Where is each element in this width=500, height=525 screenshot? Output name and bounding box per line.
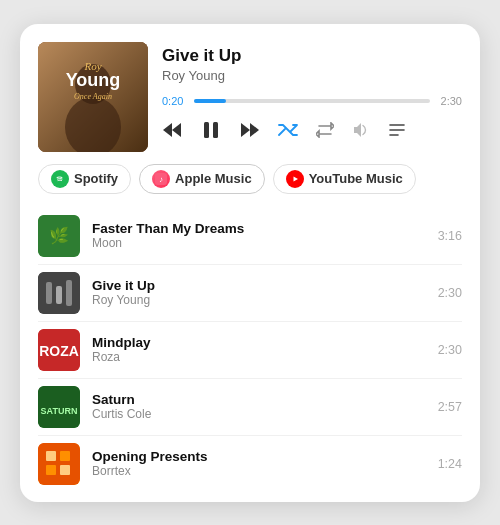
progress-bar[interactable] [194, 99, 430, 103]
track-artist-name: Borrtex [92, 464, 426, 478]
progress-total: 2:30 [438, 95, 462, 107]
track-duration: 2:30 [438, 286, 462, 300]
list-item[interactable]: Give it Up Roy Young 2:30 [38, 265, 462, 322]
track-list: 🌿 Faster Than My Dreams Moon 3:16 Give i… [38, 208, 462, 492]
pause-button[interactable] [200, 119, 222, 141]
track-meta: Saturn Curtis Cole [92, 392, 426, 421]
forward-button[interactable] [240, 121, 260, 139]
svg-rect-35 [60, 465, 70, 475]
track-info: Give it Up Roy Young 0:20 2:30 [162, 42, 462, 141]
rewind-button[interactable] [162, 121, 182, 139]
svg-rect-9 [204, 122, 209, 138]
track-name: Give it Up [92, 278, 426, 293]
list-item[interactable]: SATURN Saturn Curtis Cole 2:57 [38, 379, 462, 436]
svg-rect-10 [213, 122, 218, 138]
spotify-label: Spotify [74, 171, 118, 186]
track-name: Opening Presents [92, 449, 426, 464]
volume-button[interactable] [352, 122, 370, 138]
track-thumbnail: SATURN [38, 386, 80, 428]
track-thumbnail: 🌿 [38, 215, 80, 257]
list-item[interactable]: 🌿 Faster Than My Dreams Moon 3:16 [38, 208, 462, 265]
repeat-button[interactable] [316, 122, 334, 138]
svg-marker-12 [250, 123, 259, 137]
youtube-music-icon [286, 170, 304, 188]
track-title: Give it Up [162, 46, 462, 66]
progress-bar-fill [194, 99, 226, 103]
shuffle-button[interactable] [278, 122, 298, 138]
track-duration: 2:30 [438, 343, 462, 357]
track-artist-name: Roy Young [92, 293, 426, 307]
track-artist-name: Moon [92, 236, 426, 250]
svg-rect-31 [38, 443, 80, 485]
spotify-icon [51, 170, 69, 188]
apple-music-label: Apple Music [175, 171, 252, 186]
svg-rect-32 [46, 451, 56, 461]
tab-spotify[interactable]: Spotify [38, 164, 131, 194]
svg-rect-34 [46, 465, 56, 475]
queue-button[interactable] [388, 122, 406, 138]
track-artist-name: Curtis Cole [92, 407, 426, 421]
tab-apple-music[interactable]: ♪ Apple Music [139, 164, 265, 194]
svg-rect-24 [46, 282, 52, 304]
svg-rect-26 [66, 280, 72, 306]
svg-rect-33 [60, 451, 70, 461]
track-duration: 2:57 [438, 400, 462, 414]
service-tabs: Spotify ♪ Apple Music YouTube Music [38, 164, 462, 194]
track-name: Faster Than My Dreams [92, 221, 426, 236]
track-name: Saturn [92, 392, 426, 407]
tab-youtube-music[interactable]: YouTube Music [273, 164, 416, 194]
youtube-music-label: YouTube Music [309, 171, 403, 186]
track-artist-name: Roza [92, 350, 426, 364]
track-duration: 3:16 [438, 229, 462, 243]
track-duration: 1:24 [438, 457, 462, 471]
list-item[interactable]: ROZA Mindplay Roza 2:30 [38, 322, 462, 379]
svg-text:ROZA: ROZA [39, 343, 79, 359]
track-thumbnail [38, 443, 80, 485]
svg-marker-8 [163, 123, 172, 137]
progress-current: 0:20 [162, 95, 186, 107]
track-meta: Opening Presents Borrtex [92, 449, 426, 478]
playback-controls [162, 119, 462, 141]
track-artist: Roy Young [162, 68, 462, 83]
track-thumbnail [38, 272, 80, 314]
music-player-card: Roy Young Once Again Give it Up Roy Youn… [20, 24, 480, 502]
track-meta: Mindplay Roza [92, 335, 426, 364]
list-item[interactable]: Opening Presents Borrtex 1:24 [38, 436, 462, 492]
track-meta: Give it Up Roy Young [92, 278, 426, 307]
svg-text:🌿: 🌿 [49, 226, 69, 245]
track-thumbnail: ROZA [38, 329, 80, 371]
track-meta: Faster Than My Dreams Moon [92, 221, 426, 250]
album-art: Roy Young Once Again [38, 42, 148, 152]
apple-music-icon: ♪ [152, 170, 170, 188]
svg-marker-11 [241, 123, 250, 137]
now-playing-section: Roy Young Once Again Give it Up Roy Youn… [38, 42, 462, 152]
svg-text:Once Again: Once Again [74, 92, 112, 101]
track-name: Mindplay [92, 335, 426, 350]
svg-marker-7 [172, 123, 181, 137]
svg-rect-25 [56, 286, 62, 304]
progress-row: 0:20 2:30 [162, 95, 462, 107]
svg-text:SATURN: SATURN [41, 406, 78, 416]
svg-text:Young: Young [66, 70, 121, 90]
svg-text:♪: ♪ [159, 175, 163, 184]
